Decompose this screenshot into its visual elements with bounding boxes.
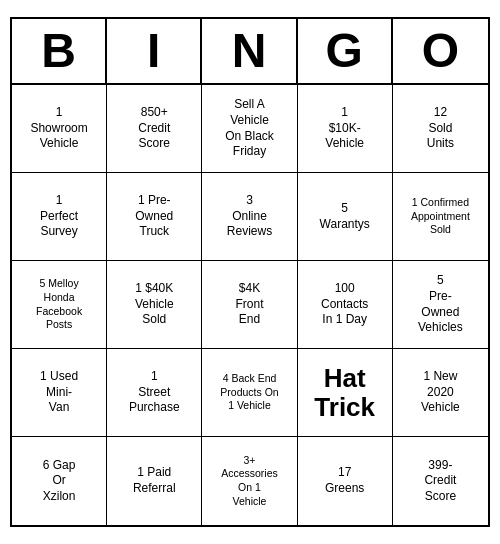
cell-text: Facebook xyxy=(36,305,82,319)
bingo-letter: O xyxy=(393,19,488,83)
cell-text: Honda xyxy=(44,291,75,305)
cell-inner: 12SoldUnits xyxy=(427,105,454,152)
bingo-cell: 3+AccessoriesOn 1Vehicle xyxy=(202,437,297,525)
cell-inner: 1PerfectSurvey xyxy=(40,193,78,240)
bingo-cell: HatTrick xyxy=(298,349,393,437)
cell-text: Purchase xyxy=(129,400,180,416)
bingo-letter: B xyxy=(12,19,107,83)
cell-text: Street xyxy=(138,385,170,401)
bingo-header: BINGO xyxy=(12,19,488,85)
cell-text: 17 xyxy=(338,465,351,481)
cell-text: 1 Used xyxy=(40,369,78,385)
cell-text: 5 xyxy=(437,273,444,289)
cell-text: Vehicle xyxy=(325,136,364,152)
cell-text: 4 Back End xyxy=(223,372,277,386)
bingo-cell: 1$10K-Vehicle xyxy=(298,85,393,173)
cell-text: 1 xyxy=(56,105,63,121)
cell-text: Xzilon xyxy=(43,489,76,505)
bingo-cell: 5Warantys xyxy=(298,173,393,261)
bingo-letter: N xyxy=(202,19,297,83)
bingo-cell: 1 New2020Vehicle xyxy=(393,349,488,437)
bingo-cell: 1PerfectSurvey xyxy=(12,173,107,261)
bingo-cell: 1 PaidReferral xyxy=(107,437,202,525)
cell-text: Posts xyxy=(46,318,72,332)
cell-text: Friday xyxy=(233,144,266,160)
cell-text: 12 xyxy=(434,105,447,121)
cell-text: 6 Gap xyxy=(43,458,76,474)
cell-text: Reviews xyxy=(227,224,272,240)
cell-text: 399- xyxy=(428,458,452,474)
bingo-cell: Sell AVehicleOn BlackFriday xyxy=(202,85,297,173)
bingo-cell: 17Greens xyxy=(298,437,393,525)
cell-inner: 3OnlineReviews xyxy=(227,193,272,240)
cell-inner: 1 UsedMini-Van xyxy=(40,369,78,416)
cell-text: 3+ xyxy=(244,454,256,468)
cell-text: Vehicle xyxy=(135,297,174,313)
cell-text: Score xyxy=(139,136,170,152)
cell-text: 1 Paid xyxy=(137,465,171,481)
bingo-cell: 1ShowroomVehicle xyxy=(12,85,107,173)
cell-text: Accessories xyxy=(221,467,278,481)
cell-inner: 1StreetPurchase xyxy=(129,369,180,416)
cell-text: Mini- xyxy=(46,385,72,401)
cell-text: 2020 xyxy=(427,385,454,401)
cell-text: Referral xyxy=(133,481,176,497)
cell-text: Products On xyxy=(220,386,278,400)
cell-text: Showroom xyxy=(30,121,87,137)
bingo-cell: 1 ConfirmedAppointmentSold xyxy=(393,173,488,261)
cell-inner: 3+AccessoriesOn 1Vehicle xyxy=(221,454,278,509)
cell-text: 850+ xyxy=(141,105,168,121)
bingo-letter: I xyxy=(107,19,202,83)
cell-text: Sold xyxy=(430,223,451,237)
cell-inner: Sell AVehicleOn BlackFriday xyxy=(225,97,274,159)
cell-text: Vehicle xyxy=(40,136,79,152)
cell-text: 1 Pre- xyxy=(138,193,171,209)
cell-text: $4K xyxy=(239,281,260,297)
cell-text: 100 xyxy=(335,281,355,297)
bingo-cell: 5Pre-OwnedVehicles xyxy=(393,261,488,349)
cell-text: $10K- xyxy=(329,121,361,137)
cell-text: Vehicle xyxy=(421,400,460,416)
bingo-cell: 850+CreditScore xyxy=(107,85,202,173)
bingo-cell: $4KFrontEnd xyxy=(202,261,297,349)
cell-text: Credit xyxy=(424,473,456,489)
bingo-cell: 1 Pre-OwnedTruck xyxy=(107,173,202,261)
cell-text: Owned xyxy=(421,305,459,321)
cell-text: Sold xyxy=(428,121,452,137)
cell-text: Contacts xyxy=(321,297,368,313)
bingo-cell: 399-CreditScore xyxy=(393,437,488,525)
cell-text: 1 xyxy=(151,369,158,385)
cell-text: Or xyxy=(52,473,65,489)
cell-text: 1 xyxy=(341,105,348,121)
cell-inner: 1 $40KVehicleSold xyxy=(135,281,174,328)
cell-text: In 1 Day xyxy=(322,312,367,328)
cell-text: Van xyxy=(49,400,69,416)
cell-text: Score xyxy=(425,489,456,505)
cell-inner: 4 Back EndProducts On1 Vehicle xyxy=(220,372,278,413)
cell-text: Warantys xyxy=(320,217,370,233)
cell-inner: 1 New2020Vehicle xyxy=(421,369,460,416)
bingo-grid: 1ShowroomVehicle850+CreditScoreSell AVeh… xyxy=(12,85,488,525)
cell-text: Survey xyxy=(40,224,77,240)
bingo-cell: 5 MelloyHondaFacebookPosts xyxy=(12,261,107,349)
cell-text: 1 New xyxy=(423,369,457,385)
bingo-card: BINGO 1ShowroomVehicle850+CreditScoreSel… xyxy=(10,17,490,527)
cell-inner: 17Greens xyxy=(325,465,364,496)
bingo-cell: 4 Back EndProducts On1 Vehicle xyxy=(202,349,297,437)
bingo-cell: 1 UsedMini-Van xyxy=(12,349,107,437)
cell-inner: 1 Pre-OwnedTruck xyxy=(135,193,173,240)
cell-text: On 1 xyxy=(238,481,261,495)
cell-text: 1 $40K xyxy=(135,281,173,297)
cell-text: Owned xyxy=(135,209,173,225)
bingo-cell: 1 $40KVehicleSold xyxy=(107,261,202,349)
cell-inner: 5Pre-OwnedVehicles xyxy=(418,273,463,335)
cell-text: 1 Confirmed xyxy=(412,196,469,210)
bingo-letter: G xyxy=(298,19,393,83)
bingo-cell: 6 GapOrXzilon xyxy=(12,437,107,525)
bingo-cell: 3OnlineReviews xyxy=(202,173,297,261)
cell-text: Perfect xyxy=(40,209,78,225)
cell-text: Appointment xyxy=(411,210,470,224)
cell-inner: $4KFrontEnd xyxy=(235,281,263,328)
cell-text: Truck xyxy=(140,224,170,240)
cell-inner: 5 MelloyHondaFacebookPosts xyxy=(36,277,82,332)
